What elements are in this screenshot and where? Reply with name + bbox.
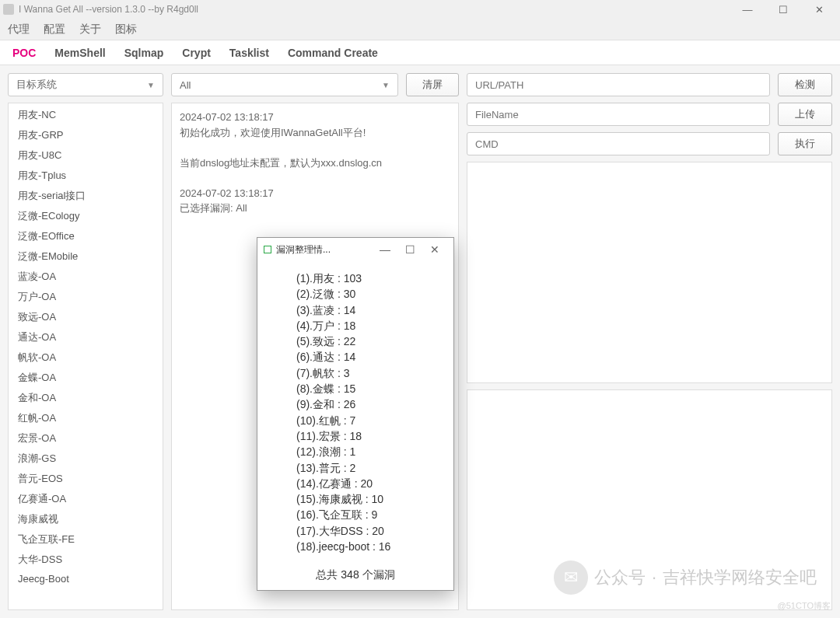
- vuln-summary-dialog: 漏洞整理情... — ☐ ✕ (1).用友 : 103(2).泛微 : 30(3…: [257, 237, 454, 591]
- chevron-down-icon: ▼: [382, 81, 390, 89]
- dialog-minimize-button[interactable]: —: [373, 239, 397, 260]
- sidebar-item[interactable]: 用友-serial接口: [9, 186, 163, 206]
- dialog-row: (14).亿赛通 : 20: [296, 476, 432, 491]
- sidebar-item[interactable]: 红帆-OA: [9, 408, 163, 428]
- menu-about[interactable]: 关于: [79, 23, 101, 37]
- dialog-close-button[interactable]: ✕: [422, 239, 447, 260]
- corner-credit: @51CTO博客: [778, 600, 831, 612]
- sidebar-item[interactable]: 大华-DSS: [9, 550, 163, 570]
- sidebar-item[interactable]: 浪潮-GS: [9, 449, 163, 469]
- dialog-row: (16).飞企互联 : 9: [296, 507, 432, 522]
- sidebar-item[interactable]: 帆软-OA: [9, 347, 163, 368]
- sidebar-item[interactable]: 用友-U8C: [9, 145, 163, 166]
- filename-input[interactable]: [467, 103, 770, 126]
- menubar: 代理 配置 关于 图标: [0, 19, 840, 40]
- dialog-row: (7).帆软 : 3: [296, 365, 432, 381]
- sidebar-item[interactable]: 金蝶-OA: [9, 368, 163, 388]
- dialog-row: (18).jeecg-boot : 16: [296, 539, 432, 554]
- menu-icon[interactable]: 图标: [115, 23, 137, 37]
- titlebar-text: I Wanna Get All --version 1.3.0 --by R4g…: [19, 4, 730, 15]
- sidebar-item[interactable]: 通达-OA: [9, 327, 163, 347]
- dialog-row: (13).普元 : 2: [296, 460, 432, 476]
- dialog-icon: [264, 246, 271, 253]
- exec-button[interactable]: 执行: [778, 132, 832, 155]
- titlebar: I Wanna Get All --version 1.3.0 --by R4g…: [0, 0, 840, 19]
- sidebar-item[interactable]: 用友-GRP: [9, 125, 163, 145]
- sidebar-item[interactable]: 泛微-EOffice: [9, 226, 163, 246]
- sidebar-item[interactable]: Jeecg-Boot: [9, 570, 163, 588]
- vuln-dropdown[interactable]: All ▼: [171, 73, 398, 96]
- tab-memshell[interactable]: MemShell: [53, 42, 107, 64]
- dialog-body: (1).用友 : 103(2).泛微 : 30(3).蓝凌 : 14(4).万户…: [257, 261, 453, 564]
- output-box-1: [467, 162, 832, 383]
- cmd-input[interactable]: [467, 132, 770, 155]
- sidebar-item[interactable]: 泛微-EMobile: [9, 246, 163, 267]
- chevron-down-icon: ▼: [147, 81, 155, 89]
- dialog-row: (5).致远 : 22: [296, 333, 432, 349]
- dialog-row: (9).金和 : 26: [296, 396, 432, 412]
- tabbar: POC MemShell Sqlmap Crypt Tasklist Comma…: [0, 40, 840, 65]
- dialog-row: (2).泛微 : 30: [296, 286, 432, 302]
- sidebar-item[interactable]: 用友-NC: [9, 105, 163, 125]
- dialog-row: (17).大华DSS : 20: [296, 523, 432, 539]
- dialog-row: (8).金蝶 : 15: [296, 381, 432, 396]
- sidebar-item[interactable]: 万户-OA: [9, 287, 163, 307]
- dialog-row: (15).海康威视 : 10: [296, 491, 432, 507]
- sidebar-item[interactable]: 普元-EOS: [9, 469, 163, 489]
- wechat-icon: ✉: [554, 560, 588, 595]
- maximize-button[interactable]: ☐: [765, 0, 801, 19]
- target-system-dropdown[interactable]: 目标系统 ▼: [8, 73, 163, 96]
- sidebar-item[interactable]: 泛微-ECology: [9, 206, 163, 226]
- tab-poc[interactable]: POC: [11, 42, 37, 64]
- dialog-row: (4).万户 : 18: [296, 318, 432, 333]
- dialog-row: (10).红帆 : 7: [296, 413, 432, 428]
- dialog-maximize-button[interactable]: ☐: [397, 239, 422, 260]
- url-input[interactable]: [467, 73, 770, 96]
- tab-command-create[interactable]: Command Create: [286, 42, 380, 64]
- dialog-row: (11).宏景 : 18: [296, 428, 432, 444]
- dialog-row: (1).用友 : 103: [296, 271, 432, 286]
- dialog-title: 漏洞整理情...: [276, 243, 373, 257]
- close-button[interactable]: ✕: [801, 0, 837, 19]
- watermark: ✉ 公众号 · 吉祥快学网络安全吧: [554, 560, 817, 595]
- tab-crypt[interactable]: Crypt: [180, 42, 212, 64]
- upload-button[interactable]: 上传: [778, 103, 832, 126]
- sidebar-item[interactable]: 海康威视: [9, 509, 163, 529]
- watermark-label: 公众号: [594, 566, 646, 589]
- tab-sqlmap[interactable]: Sqlmap: [123, 42, 166, 64]
- detect-button[interactable]: 检测: [778, 73, 832, 96]
- sidebar-item[interactable]: 亿赛通-OA: [9, 489, 163, 509]
- menu-config[interactable]: 配置: [44, 23, 65, 37]
- minimize-button[interactable]: —: [730, 0, 765, 19]
- clear-button[interactable]: 清屏: [406, 73, 459, 96]
- sidebar-item[interactable]: 宏景-OA: [9, 428, 163, 449]
- dropdown-label: All: [180, 79, 191, 91]
- menu-proxy[interactable]: 代理: [8, 23, 30, 37]
- sidebar-item[interactable]: 飞企互联-FE: [9, 529, 163, 550]
- sidebar-item[interactable]: 用友-Tplus: [9, 166, 163, 186]
- dialog-row: (6).通达 : 14: [296, 349, 432, 365]
- app-icon: [3, 4, 14, 15]
- tab-tasklist[interactable]: Tasklist: [228, 42, 271, 64]
- watermark-text: 吉祥快学网络安全吧: [663, 566, 817, 589]
- dialog-row: (12).浪潮 : 1: [296, 444, 432, 459]
- sidebar-item[interactable]: 致远-OA: [9, 307, 163, 327]
- dialog-row: (3).蓝凌 : 14: [296, 302, 432, 318]
- sidebar-item[interactable]: 金和-OA: [9, 388, 163, 408]
- dialog-total: 总共 348 个漏洞: [257, 564, 453, 590]
- sidebar-item[interactable]: 蓝凌-OA: [9, 267, 163, 287]
- target-list[interactable]: 用友-NC用友-GRP用友-U8C用友-Tplus用友-serial接口泛微-E…: [8, 103, 163, 610]
- dropdown-label: 目标系统: [16, 78, 57, 92]
